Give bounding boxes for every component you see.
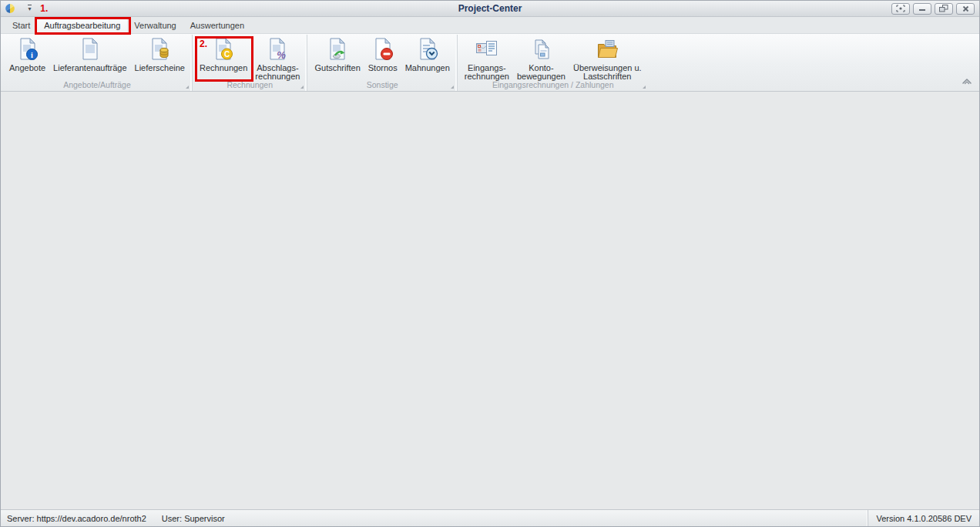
ribbon-button-label: Rechnungen <box>200 64 247 72</box>
ribbon-button-abschlagsrechnungen[interactable]: % Abschlags-rechnungen <box>251 36 304 79</box>
close-icon <box>962 5 969 12</box>
svg-text:%: % <box>277 49 287 61</box>
status-server-label: Server: https://dev.acadoro.de/nroth2 <box>1 514 146 523</box>
ribbon-button-label: Lieferantenaufträge <box>53 64 126 72</box>
ribbon-group-rechnungen: C Rechnungen % Abschlags-rechnu <box>192 35 307 91</box>
document-clock-icon <box>415 37 440 62</box>
titlebar: ▾ Project-Center <box>1 1 979 17</box>
ribbon: i Angebote Lieferantenaufträge <box>1 34 979 92</box>
ribbon-button-eingangsrechnungen[interactable]: Eingangs-rechnungen <box>461 36 513 79</box>
ribbon-group-sonstige: Gutschriften Stornos <box>307 35 456 91</box>
document-package-icon <box>147 37 172 62</box>
ribbon-button-label: Lieferscheine <box>135 64 185 72</box>
ribbon-group-angebote-auftraege: i Angebote Lieferantenaufträge <box>2 35 192 91</box>
ribbon-button-label: Stornos <box>368 64 398 72</box>
open-folder-icon <box>595 37 619 62</box>
app-window: ▾ Project-Center <box>0 0 980 527</box>
ribbon-button-ueberweisungen-lastschriften[interactable]: Überweisungen u.Lastschriften <box>569 36 646 79</box>
ribbon-group-label: Rechnungen <box>227 80 273 89</box>
dialog-launcher-icon[interactable] <box>300 86 304 89</box>
quick-access-dropdown-icon[interactable]: ▾ <box>28 5 32 12</box>
ribbon-group-label: Eingangsrechnungen / Zahlungen <box>492 80 614 89</box>
close-button[interactable] <box>956 3 975 15</box>
document-percent-icon: % <box>265 37 290 62</box>
ribbon-button-stornos[interactable]: Stornos <box>364 36 401 79</box>
status-user-label: User: Supervisor <box>162 514 225 523</box>
ribbon-button-lieferantenauftraege[interactable]: Lieferantenaufträge <box>49 36 130 79</box>
minimize-button[interactable] <box>913 3 931 15</box>
ribbon-group-eingangsrechnungen-zahlungen: Eingangs-rechnungen Konto-bewegung <box>457 35 649 91</box>
window-title: Project-Center <box>1 1 979 17</box>
document-info-icon: i <box>15 37 40 62</box>
document-minus-icon <box>371 37 395 62</box>
documents-stack-icon <box>529 37 553 62</box>
workspace-area <box>1 92 979 509</box>
tab-auswertungen[interactable]: Auswertungen <box>183 17 251 33</box>
tab-verwaltung[interactable]: Verwaltung <box>127 17 183 33</box>
ribbon-group-label: Angebote/Aufträge <box>63 80 131 89</box>
ribbon-button-angebote[interactable]: i Angebote <box>5 36 49 79</box>
app-logo-icon[interactable] <box>5 3 15 14</box>
dialog-launcher-icon[interactable] <box>186 86 189 89</box>
ribbon-tab-row: Start Auftragsbearbeitung Verwaltung Aus… <box>1 17 979 34</box>
ribbon-group-label: Sonstige <box>367 80 398 89</box>
minimize-icon <box>918 5 926 12</box>
envelope-document-icon <box>475 37 499 62</box>
tab-auftragsbearbeitung[interactable]: Auftragsbearbeitung <box>37 17 127 33</box>
tab-start[interactable]: Start <box>5 17 37 33</box>
document-icon <box>78 37 102 62</box>
document-return-arrow-icon <box>325 37 350 62</box>
fit-screen-icon <box>896 5 905 12</box>
svg-text:i: i <box>31 51 33 59</box>
ribbon-button-kontobewegungen[interactable]: Konto-bewegungen <box>513 36 569 79</box>
ribbon-button-label: Mahnungen <box>405 64 450 72</box>
ribbon-button-mahnungen[interactable]: Mahnungen <box>401 36 454 79</box>
ribbon-button-gutschriften[interactable]: Gutschriften <box>310 36 364 79</box>
restore-icon <box>939 5 948 12</box>
fit-screen-button[interactable] <box>891 3 910 15</box>
document-coin-icon: C <box>211 37 236 62</box>
ribbon-button-label: Gutschriften <box>314 64 360 72</box>
restore-button[interactable] <box>935 3 953 15</box>
statusbar: Server: https://dev.acadoro.de/nroth2 Us… <box>1 509 979 526</box>
collapse-ribbon-button[interactable] <box>962 74 972 88</box>
dialog-launcher-icon[interactable] <box>643 86 646 89</box>
status-version-label: Version 4.1.0.20586 DEV <box>868 510 979 526</box>
ribbon-button-label: Angebote <box>9 64 45 72</box>
svg-text:C: C <box>224 50 230 59</box>
ribbon-button-lieferscheine[interactable]: Lieferscheine <box>131 36 189 79</box>
window-controls <box>888 3 979 15</box>
ribbon-button-rechnungen[interactable]: C Rechnungen <box>196 36 251 79</box>
dialog-launcher-icon[interactable] <box>451 86 454 89</box>
chevron-up-icon <box>962 78 972 85</box>
